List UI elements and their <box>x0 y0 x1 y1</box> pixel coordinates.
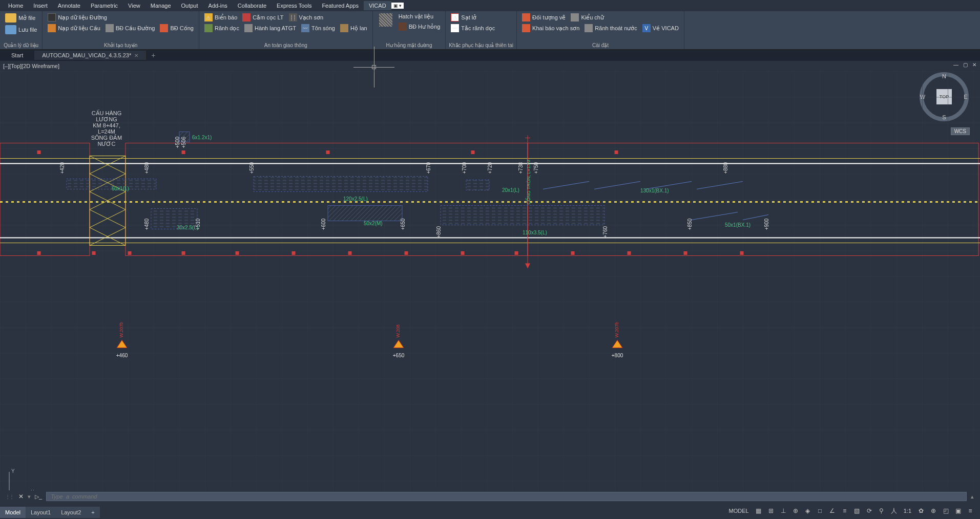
sign-button[interactable]: ⚠Biển báo <box>202 12 239 23</box>
svg-rect-23 <box>571 252 574 255</box>
barrier-button[interactable]: 〰Tôn sóng <box>299 23 337 33</box>
guardrail-button[interactable]: Hộ lan <box>338 23 369 33</box>
cycling-icon[interactable]: ⟳ <box>864 505 875 516</box>
transparency-icon[interactable]: ▧ <box>851 505 863 516</box>
about-vicad-button[interactable]: VVề VICAD <box>640 23 681 33</box>
anno-scale-icon[interactable]: 人 <box>888 505 900 516</box>
linemark-config-button[interactable]: Khai báo vạch sơn <box>520 23 581 33</box>
close-cmd-icon[interactable]: ✕ <box>16 493 26 500</box>
cmd-history-icon[interactable]: ▴ <box>967 493 978 500</box>
label: Biển báo <box>215 14 237 21</box>
close-tab-icon[interactable]: ✕ <box>134 53 138 58</box>
recent-cmd-icon[interactable]: ▾ <box>26 493 33 500</box>
tab-layout2[interactable]: Layout2 <box>56 507 86 518</box>
blocked-ditch-button[interactable]: 〰Tắc rãnh dọc <box>449 23 497 33</box>
tab-file[interactable]: AUTOCAD_MAU_VICAD_4.3.5.23* ✕ <box>35 51 146 60</box>
add-tab-button[interactable]: + <box>146 51 160 59</box>
draw-object-button[interactable]: Đối tượng vẽ <box>520 12 568 23</box>
tab-start[interactable]: Start <box>0 51 35 60</box>
ribbon-group-traffic: ⚠Biển báo Cắm cọc LT ┊┊Vạch sơn Rãnh dọc… <box>199 11 373 49</box>
menu-view[interactable]: View <box>123 1 145 10</box>
minimize-icon[interactable]: — <box>952 62 960 69</box>
menu-featured[interactable]: Featured Apps <box>317 1 364 10</box>
label: Vạch sơn <box>299 14 324 21</box>
menu-dropdown[interactable]: ▣ ▾ <box>391 3 404 9</box>
menu-addins[interactable]: Add-ins <box>203 1 233 10</box>
units-icon[interactable]: ◰ <box>940 505 951 516</box>
group-label: Quản lý dữ liệu <box>3 41 39 49</box>
svg-text:Y: Y <box>11 468 15 474</box>
drain-ditch-button[interactable]: Rãnh thoát nước <box>582 23 639 33</box>
menu-annotate[interactable]: Annotate <box>53 1 86 10</box>
load-bridge-data-button[interactable]: Nạp dữ liệu Cầu <box>46 23 102 33</box>
svg-rect-8 <box>37 151 40 154</box>
menu-express[interactable]: Express Tools <box>272 1 317 10</box>
bd-bridge-road-button[interactable]: BĐ Cầu Đường <box>103 23 157 33</box>
anno-monitor-icon[interactable]: ⊕ <box>928 505 939 516</box>
model-space-label[interactable]: MODEL <box>726 508 752 514</box>
grip-icon[interactable]: ⋮⋮ <box>2 494 16 500</box>
label: BĐ Cầu Đường <box>116 25 155 32</box>
lineweight-icon[interactable]: ≡ <box>839 505 850 516</box>
svg-rect-25 <box>684 252 687 255</box>
stake-button[interactable]: Cắm cọc LT <box>240 12 285 23</box>
menu-collaborate[interactable]: Collaborate <box>233 1 272 10</box>
polar-toggle-icon[interactable]: ⊕ <box>790 505 801 516</box>
svg-rect-16 <box>182 252 185 255</box>
svg-rect-21 <box>461 252 464 255</box>
load-road-data-button[interactable]: Nạp dữ liệu Đường <box>46 12 196 23</box>
menu-vicad[interactable]: VICAD <box>364 1 391 10</box>
annotation-icon[interactable]: ⚲ <box>876 505 887 516</box>
linemark-button[interactable]: ┊┊Vạch sơn <box>287 12 326 23</box>
maximize-icon[interactable]: ▢ <box>962 62 969 69</box>
cmd-prompt-icon: ▷_ <box>33 493 44 500</box>
close-viewport-icon[interactable]: ✕ <box>971 62 978 69</box>
isodraft-icon[interactable]: ◈ <box>802 505 814 516</box>
snap-toggle-icon[interactable]: ⊞ <box>765 505 777 516</box>
drawing-canvas[interactable]: CẤU HÀNG LƯƠNG KM 8+447, L=24M SÔNG ĐẦM … <box>0 70 980 503</box>
hatch-material-button[interactable]: Hatch vật liệu <box>397 12 443 21</box>
svg-rect-50 <box>441 206 604 225</box>
customize-icon[interactable]: ≡ <box>965 505 976 516</box>
open-file-button[interactable]: Mở file <box>3 12 39 24</box>
grid-toggle-icon[interactable]: ▦ <box>753 505 764 516</box>
bridge-icon <box>48 24 56 32</box>
scale-label[interactable]: 1:1 <box>901 508 914 514</box>
view-label[interactable]: [–][Top][2D Wireframe] <box>3 63 59 69</box>
ortho-toggle-icon[interactable]: ⊥ <box>778 505 789 516</box>
svg-text:+460: +460 <box>116 353 128 358</box>
menu-home[interactable]: Home <box>3 1 28 10</box>
ditch-button[interactable]: Rãnh dọc <box>202 23 241 33</box>
svg-text:+860: +860 <box>436 226 442 238</box>
corridor-button[interactable]: Hành lang ATGT <box>242 23 298 33</box>
ribbon-group-file: Mở file Lưu file Quản lý dữ liệu <box>0 11 43 49</box>
hatch-icon-button[interactable] <box>376 12 395 28</box>
svg-text:30x2.5(L): 30x2.5(L) <box>177 225 198 230</box>
menu-output[interactable]: Output <box>176 1 203 10</box>
svg-rect-49 <box>328 206 402 221</box>
command-input[interactable] <box>46 492 967 501</box>
text-style-button[interactable]: Kiểu chữ <box>569 12 606 23</box>
tab-model[interactable]: Model <box>0 507 26 518</box>
osnap-toggle-icon[interactable]: □ <box>815 505 826 516</box>
svg-text:CỐNG TRÒN, L=17M: CỐNG TRÒN, L=17M <box>525 160 531 205</box>
menu-manage[interactable]: Manage <box>145 1 176 10</box>
workspace-icon[interactable]: ✿ <box>915 505 927 516</box>
add-layout-button[interactable]: + <box>86 507 99 518</box>
ribbon-group-settings: Đối tượng vẽ Kiểu chữ Khai báo vạch sơn … <box>517 11 684 49</box>
culvert-icon <box>160 24 168 32</box>
file-tabs: Start AUTOCAD_MAU_VICAD_4.3.5.23* ✕ + <box>0 50 980 61</box>
tab-layout1[interactable]: Layout1 <box>26 507 56 518</box>
quickprops-icon[interactable]: ▣ <box>952 505 964 516</box>
landslide-button[interactable]: ⚠Sạt lở <box>449 12 497 23</box>
menu-parametric[interactable]: Parametric <box>86 1 123 10</box>
save-file-button[interactable]: Lưu file <box>3 24 39 35</box>
bd-culvert-button[interactable]: BĐ Cống <box>158 23 196 33</box>
bd-damage-button[interactable]: BĐ Hư hỏng <box>397 21 443 32</box>
tracking-icon[interactable]: ∠ <box>827 505 838 516</box>
drawing-area[interactable]: [–][Top][2D Wireframe] — ▢ ✕ N S E W TOP… <box>0 61 980 503</box>
menu-insert[interactable]: Insert <box>28 1 53 10</box>
save-icon <box>5 25 16 34</box>
svg-rect-24 <box>628 252 631 255</box>
line-icon: ┊┊ <box>289 13 297 21</box>
